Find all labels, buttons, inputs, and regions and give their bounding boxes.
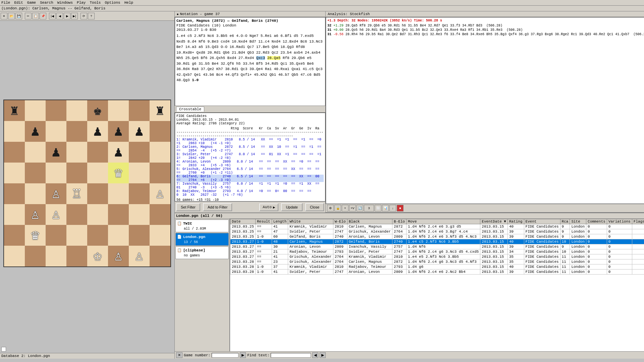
table-row[interactable]: 2013.03.27==41Grischuk, Alexander2764Kra… xyxy=(230,254,644,259)
square-g1[interactable]: ♙ xyxy=(129,246,150,266)
table-row[interactable]: 2013.03.271-048Carlsen, Magnus2872Gelfan… xyxy=(230,239,644,244)
square-h3[interactable] xyxy=(150,204,170,225)
square-c7[interactable] xyxy=(46,121,66,142)
square-h8[interactable]: ♜ xyxy=(150,100,170,121)
close-btn[interactable]: Close xyxy=(305,203,324,211)
square-b6[interactable] xyxy=(25,142,46,163)
analysis-btn3[interactable]: + xyxy=(342,205,348,212)
col-flags[interactable]: Flags xyxy=(632,219,644,224)
square-g6[interactable] xyxy=(129,142,150,163)
analysis-depth[interactable]: 3 xyxy=(364,205,374,212)
square-a3[interactable] xyxy=(4,204,25,225)
square-d2[interactable] xyxy=(66,225,87,246)
sidebar-item-london[interactable]: 📄 London.pgn 13 / 56 xyxy=(175,233,229,246)
first-btn[interactable]: |◀ xyxy=(49,13,56,19)
analysis-btn4[interactable]: +V xyxy=(349,205,356,212)
table-row[interactable]: 2013.03.25==41Kramnik, Vladimir2810Carls… xyxy=(230,224,644,229)
col-move[interactable]: Move xyxy=(407,219,480,224)
square-b7[interactable]: ♟ xyxy=(25,121,46,142)
table-row[interactable]: 2013.03.27==30Aronian, Levon2809Ivanchuk… xyxy=(230,244,644,249)
square-e6[interactable] xyxy=(87,142,108,163)
square-a7[interactable] xyxy=(4,121,25,142)
square-g7[interactable]: ♟ xyxy=(129,121,150,142)
col-belo[interactable]: B-Elo xyxy=(392,219,407,224)
square-d7[interactable] xyxy=(66,121,87,142)
square-f4[interactable] xyxy=(108,183,129,204)
square-c8[interactable] xyxy=(46,100,66,121)
menu-search[interactable]: Search xyxy=(40,1,53,5)
copy-btn[interactable]: 📋 xyxy=(32,13,39,19)
menu-options[interactable]: Options xyxy=(105,1,120,5)
table-row[interactable]: 2013.03.25==47Svidler, Peter2747Grischuk… xyxy=(230,229,644,234)
table-row[interactable]: 2013.03.251-060Gelfand, Boris2740Aronian… xyxy=(230,234,644,239)
square-f1[interactable]: ♙ xyxy=(108,246,129,266)
find-next-btn[interactable]: ▶ xyxy=(320,352,326,358)
analysis-btn2[interactable]: 🔒 xyxy=(334,205,341,212)
col-length[interactable]: Length xyxy=(272,219,288,224)
square-b4[interactable] xyxy=(25,183,46,204)
analysis-btn7[interactable]: 📊 xyxy=(382,205,389,212)
square-c2[interactable] xyxy=(46,225,66,246)
square-h2[interactable] xyxy=(150,225,170,246)
square-h6[interactable] xyxy=(150,142,170,163)
table-row[interactable]: 2013.03.27==21Radjabov, Teimour2793Svidl… xyxy=(230,249,644,254)
analysis-btn5[interactable]: 🔄 xyxy=(357,205,363,212)
next-btn[interactable]: ▶ xyxy=(64,13,70,19)
square-e5[interactable] xyxy=(87,163,108,183)
square-h1[interactable] xyxy=(150,246,170,266)
menu-tools[interactable]: Tools xyxy=(90,1,101,5)
square-h7[interactable] xyxy=(150,121,170,142)
square-e2[interactable] xyxy=(87,225,108,246)
table-row[interactable]: 2013.03.28==23Grischuk, Alexander2764Car… xyxy=(230,259,644,264)
square-b5[interactable] xyxy=(25,163,46,183)
game-table-container[interactable]: Date Result Length White W-Elo Black B-E… xyxy=(230,219,644,351)
col-event[interactable]: Event xyxy=(524,219,560,224)
col-variations[interactable]: Variations xyxy=(607,219,632,224)
square-f7[interactable]: ♟ xyxy=(108,121,129,142)
col-result[interactable]: Result xyxy=(256,219,272,224)
square-f6[interactable]: ♟ xyxy=(108,142,129,163)
square-a1[interactable] xyxy=(4,246,25,266)
open-btn[interactable]: 📂 xyxy=(8,13,15,19)
square-h5[interactable] xyxy=(150,163,170,183)
prev-btn[interactable]: ◀ xyxy=(56,13,63,19)
update-btn[interactable]: Update xyxy=(281,203,302,211)
menu-game[interactable]: Game xyxy=(27,1,36,5)
last-btn[interactable]: ▶| xyxy=(71,13,78,19)
square-g5[interactable] xyxy=(129,163,150,183)
find-text-input[interactable] xyxy=(271,353,311,358)
square-h4[interactable]: ♙ xyxy=(150,183,170,204)
square-f5[interactable]: ♛ xyxy=(108,163,129,183)
find-prev-btn[interactable]: ◀ xyxy=(312,352,318,358)
col-date[interactable]: Date xyxy=(230,219,256,224)
square-b1[interactable] xyxy=(25,246,46,266)
flip-btn[interactable]: ⟳ xyxy=(80,13,87,19)
col-white[interactable]: White xyxy=(288,219,333,224)
tab-crosstable[interactable]: Crosstable xyxy=(176,107,204,112)
sidebar-item-twic[interactable]: 📋 TWIC all / 2.03M xyxy=(175,220,229,232)
square-c3[interactable]: ♙ xyxy=(46,204,66,225)
square-g4[interactable] xyxy=(129,183,150,204)
square-e1[interactable]: ♔ xyxy=(87,246,108,266)
col-rating[interactable]: Rating xyxy=(507,219,524,224)
table-row[interactable]: 2013.03.281-037Kramnik, Vladimir2810Radj… xyxy=(230,264,644,269)
chess-board[interactable]: ♜ ♚ ♜ ♟ ♟ ♟ ♟ ♟ xyxy=(3,100,171,267)
square-e7[interactable]: ♟ xyxy=(87,121,108,142)
analysis-btn8[interactable]: ↓ xyxy=(389,205,396,212)
table-row[interactable]: 2013.03.281-041Svidler, Peter2747Aronian… xyxy=(230,269,644,275)
cut-btn[interactable]: ✂ xyxy=(25,13,32,19)
square-d3[interactable] xyxy=(66,204,87,225)
analysis-btn-stop[interactable]: ■ xyxy=(397,205,404,212)
square-a5[interactable] xyxy=(4,163,25,183)
square-a6[interactable] xyxy=(4,142,25,163)
square-d8[interactable] xyxy=(66,100,87,121)
add-to-filter-btn[interactable]: Add to Filter xyxy=(203,203,232,211)
col-comments[interactable]: Comments xyxy=(586,219,607,224)
game-number-input[interactable] xyxy=(212,353,238,358)
sidebar-item-clipbase[interactable]: 📋 [clipbase] no games xyxy=(175,246,229,259)
menu-file[interactable]: File xyxy=(1,1,10,5)
menu-edit[interactable]: Edit xyxy=(14,1,23,5)
analysis-btn1[interactable]: ⚙ xyxy=(327,205,334,212)
analysis-btn6[interactable]: ⬜ xyxy=(375,205,381,212)
square-e3[interactable] xyxy=(87,204,108,225)
